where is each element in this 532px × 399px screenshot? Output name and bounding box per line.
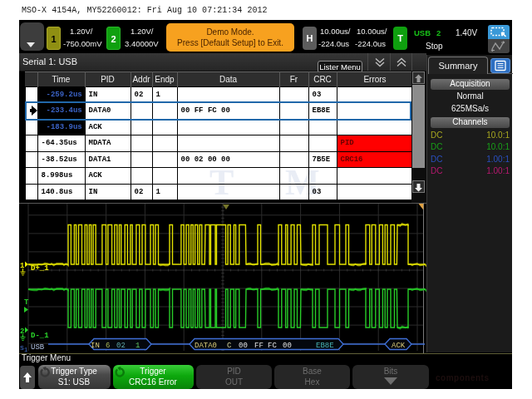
svg-text:1: 1 <box>24 347 27 353</box>
svg-text:D-_1: D-_1 <box>31 332 49 340</box>
svg-text:1: 1 <box>135 342 140 350</box>
svg-text:T: T <box>24 298 29 307</box>
svg-text:6: 6 <box>106 342 110 350</box>
svg-text:EB8E: EB8E <box>316 342 334 350</box>
svg-text:ACK: ACK <box>392 342 406 350</box>
svg-text:2: 2 <box>20 328 24 336</box>
svg-text:02: 02 <box>116 342 126 350</box>
svg-text:D+_1: D+_1 <box>31 264 49 273</box>
svg-text:IN: IN <box>91 342 100 350</box>
svg-text:00: 00 <box>239 342 248 350</box>
svg-text:USB: USB <box>31 343 45 352</box>
svg-text:00: 00 <box>283 342 292 350</box>
svg-text:FC: FC <box>268 342 277 350</box>
svg-text:FF: FF <box>254 342 264 350</box>
svg-text:DATA0: DATA0 <box>195 342 217 350</box>
svg-text:C: C <box>227 342 232 350</box>
